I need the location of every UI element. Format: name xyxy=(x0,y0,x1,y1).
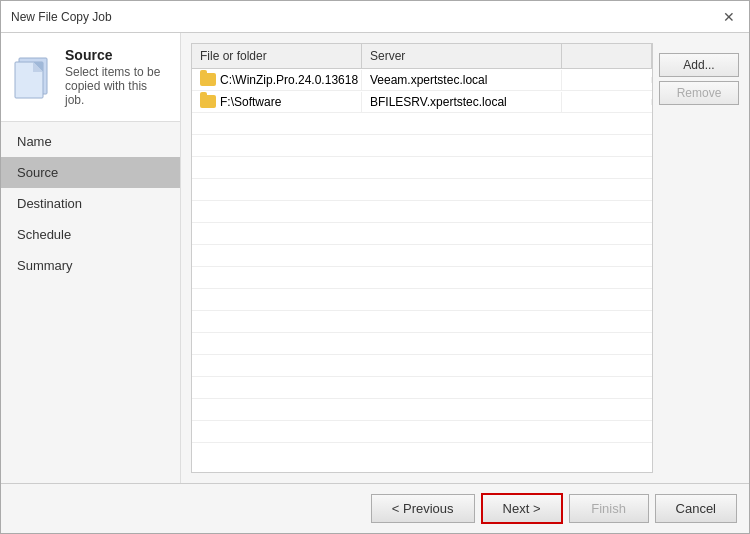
next-button[interactable]: Next > xyxy=(481,493,563,524)
table-row[interactable]: C:\WinZip.Pro.24.0.13618 Veeam.xpertstec… xyxy=(192,69,652,91)
content-area: Source Select items to be copied with th… xyxy=(1,33,749,483)
table-row-empty xyxy=(192,377,652,399)
main-content: File or folder Server C:\WinZip.Pro.24.0… xyxy=(181,33,749,483)
table-row-empty xyxy=(192,179,652,201)
table-row-empty xyxy=(192,201,652,223)
cell-server-1: BFILESRV.xpertstec.local xyxy=(362,92,562,112)
table-body: C:\WinZip.Pro.24.0.13618 Veeam.xpertstec… xyxy=(192,69,652,472)
col-header-server: Server xyxy=(362,44,562,68)
header-title: Source xyxy=(65,47,168,63)
cell-file-1: F:\Software xyxy=(192,92,362,112)
sidebar-item-destination[interactable]: Destination xyxy=(1,188,180,219)
cell-extra-0 xyxy=(562,77,652,83)
table-row-empty xyxy=(192,311,652,333)
folder-icon xyxy=(200,73,216,86)
title-bar: New File Copy Job ✕ xyxy=(1,1,749,33)
table-row-empty xyxy=(192,289,652,311)
sidebar-item-schedule[interactable]: Schedule xyxy=(1,219,180,250)
bottom-bar: < Previous Next > Finish Cancel xyxy=(1,483,749,533)
file-table: File or folder Server C:\WinZip.Pro.24.0… xyxy=(191,43,653,473)
window-title: New File Copy Job xyxy=(11,10,112,24)
remove-button[interactable]: Remove xyxy=(659,81,739,105)
sidebar-item-name[interactable]: Name xyxy=(1,126,180,157)
cell-file-0: C:\WinZip.Pro.24.0.13618 xyxy=(192,70,362,90)
cell-extra-1 xyxy=(562,99,652,105)
table-row-empty xyxy=(192,245,652,267)
table-row-empty xyxy=(192,355,652,377)
finish-button[interactable]: Finish xyxy=(569,494,649,523)
header-subtitle: Select items to be copied with this job. xyxy=(65,65,168,107)
table-row-empty xyxy=(192,135,652,157)
close-button[interactable]: ✕ xyxy=(719,9,739,25)
nav-items: Name Source Destination Schedule Summary xyxy=(1,122,180,483)
header-panel: Source Select items to be copied with th… xyxy=(1,33,180,122)
add-button[interactable]: Add... xyxy=(659,53,739,77)
col-header-file: File or folder xyxy=(192,44,362,68)
header-text: Source Select items to be copied with th… xyxy=(65,47,168,107)
table-row[interactable]: F:\Software BFILESRV.xpertstec.local xyxy=(192,91,652,113)
col-header-extra xyxy=(562,44,652,68)
table-row-empty xyxy=(192,399,652,421)
table-row-empty xyxy=(192,157,652,179)
table-row-empty xyxy=(192,333,652,355)
dialog-window: New File Copy Job ✕ xyxy=(0,0,750,534)
sidebar-item-summary[interactable]: Summary xyxy=(1,250,180,281)
table-header: File or folder Server xyxy=(192,44,652,69)
table-row-empty xyxy=(192,223,652,245)
sidebar-item-source[interactable]: Source xyxy=(1,157,180,188)
table-row-empty xyxy=(192,113,652,135)
table-section: File or folder Server C:\WinZip.Pro.24.0… xyxy=(191,43,739,473)
folder-icon xyxy=(200,95,216,108)
previous-button[interactable]: < Previous xyxy=(371,494,475,523)
cell-server-0: Veeam.xpertstec.local xyxy=(362,70,562,90)
cancel-button[interactable]: Cancel xyxy=(655,494,737,523)
right-buttons: Add... Remove xyxy=(659,43,739,105)
table-row-empty xyxy=(192,267,652,289)
source-icon xyxy=(13,53,53,101)
table-row-empty xyxy=(192,421,652,443)
sidebar: Source Select items to be copied with th… xyxy=(1,33,181,483)
